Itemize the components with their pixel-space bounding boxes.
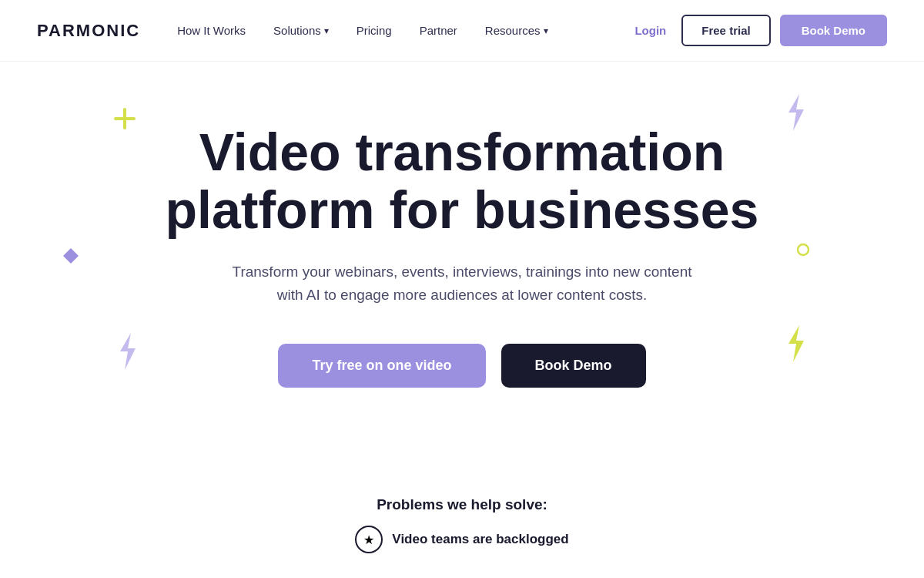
nav-partner[interactable]: Partner — [420, 24, 457, 37]
hero-book-demo-button[interactable]: Book Demo — [501, 344, 646, 388]
nav-book-demo-button[interactable]: Book Demo — [780, 15, 887, 46]
logo: PARMONIC — [37, 21, 140, 41]
nav-pricing[interactable]: Pricing — [357, 24, 392, 37]
nav-resources[interactable]: Resources — [485, 24, 548, 37]
problem-icon: ★ — [355, 526, 383, 553]
hero-section: Video transformation platform for busine… — [0, 62, 924, 434]
hero-subtitle: Transform your webinars, events, intervi… — [231, 260, 693, 307]
problems-section: Problems we help solve: ★ Video teams ar… — [0, 472, 924, 578]
nav-solutions[interactable]: Solutions — [273, 24, 329, 37]
nav-free-trial-button[interactable]: Free trial — [681, 15, 770, 46]
navbar: PARMONIC How It Works Solutions Pricing … — [0, 0, 924, 62]
nav-how-it-works[interactable]: How It Works — [177, 24, 246, 37]
nav-links: How It Works Solutions Pricing Partner R… — [177, 24, 634, 37]
problems-title: Problems we help solve: — [154, 496, 770, 513]
problem-text: Video teams are backlogged — [392, 532, 568, 547]
try-free-button[interactable]: Try free on one video — [278, 344, 485, 388]
nav-login[interactable]: Login — [634, 24, 666, 37]
problem-item: ★ Video teams are backlogged — [154, 526, 770, 553]
hero-title: Video transformation platform for busine… — [166, 123, 759, 239]
hero-cta-buttons: Try free on one video Book Demo — [278, 344, 645, 388]
